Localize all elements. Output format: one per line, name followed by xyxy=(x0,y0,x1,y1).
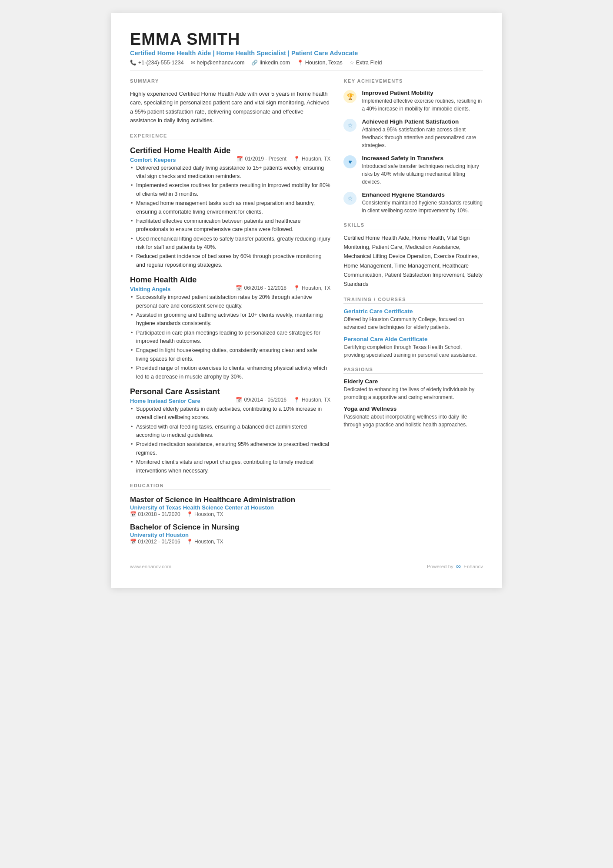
job-2-dates: 📅 06/2016 - 12/2018 xyxy=(236,285,286,291)
passion-1-desc: Dedicated to enhancing the lives of elde… xyxy=(343,385,483,401)
contact-email: ✉ help@enhancv.com xyxy=(191,60,245,66)
training-1-title: Geriatric Care Certificate xyxy=(343,308,483,315)
job-1-bullet-1: Delivered personalized daily living assi… xyxy=(130,164,330,181)
achievement-1: 🏆 Improved Patient Mobility Implemented … xyxy=(343,90,483,113)
contact-phone: 📞 +1-(234)-555-1234 xyxy=(130,60,184,66)
achievement-4: ☆ Enhanced Hygiene Standards Consistentl… xyxy=(343,191,483,214)
job-1-title: Certified Home Health Aide xyxy=(130,146,330,155)
achievements-label: KEY ACHIEVEMENTS xyxy=(343,78,483,85)
job-3-bullets: Supported elderly patients in daily acti… xyxy=(130,405,330,475)
training-list: Geriatric Care Certificate Offered by Ho… xyxy=(343,308,483,359)
edu-2-school: University of Houston xyxy=(130,532,330,538)
candidate-name: EMMA SMITH xyxy=(130,30,483,49)
edu-2-degree: Bachelor of Science in Nursing xyxy=(130,523,330,532)
edu-1-location: 📍 Houston, TX xyxy=(187,511,223,517)
achievement-3-content: Increased Safety in Transfers Introduced… xyxy=(362,155,483,186)
job-2-dates-loc: 📅 06/2016 - 12/2018 📍 Houston, TX xyxy=(236,285,330,291)
job-2-bullet-3: Participated in care plan meetings leadi… xyxy=(130,329,330,346)
pin-icon-3: 📍 xyxy=(293,397,300,403)
passions-list: Elderly Care Dedicated to enhancing the … xyxy=(343,378,483,429)
job-2-bullets: Successfully improved patient satisfacti… xyxy=(130,293,330,381)
right-column: KEY ACHIEVEMENTS 🏆 Improved Patient Mobi… xyxy=(343,78,483,545)
job-1: Certified Home Health Aide Comfort Keepe… xyxy=(130,146,330,270)
achievement-4-content: Enhanced Hygiene Standards Consistently … xyxy=(362,191,483,214)
job-2-title: Home Health Aide xyxy=(130,275,330,285)
job-3-bullet-1: Supported elderly patients in daily acti… xyxy=(130,405,330,422)
edu-2-meta: 📅 01/2012 - 01/2016 📍 Houston, TX xyxy=(130,539,330,545)
phone-icon: 📞 xyxy=(130,60,137,66)
training-1-desc: Offered by Houston Community College, fo… xyxy=(343,315,483,331)
achievement-4-desc: Consistently maintained hygiene standard… xyxy=(362,199,483,214)
achievement-1-title: Improved Patient Mobility xyxy=(362,90,483,96)
passion-1-title: Elderly Care xyxy=(343,378,483,385)
calendar-icon-3: 📅 xyxy=(236,397,242,403)
experience-label: EXPERIENCE xyxy=(130,133,330,140)
calendar-icon-1: 📅 xyxy=(237,156,243,162)
contact-location: 📍 Houston, Texas xyxy=(297,60,343,66)
skills-text: Certified Home Health Aide, Home Health,… xyxy=(343,234,483,289)
training-1: Geriatric Care Certificate Offered by Ho… xyxy=(343,308,483,331)
passion-1: Elderly Care Dedicated to enhancing the … xyxy=(343,378,483,401)
footer-website: www.enhancv.com xyxy=(130,564,171,569)
footer-brand: Powered by ∞ Enhancv xyxy=(427,563,483,570)
brand-logo-icon: ∞ xyxy=(456,563,461,570)
job-2-bullet-5: Provided range of motion exercises to cl… xyxy=(130,364,330,381)
job-3-dates: 📅 09/2014 - 05/2016 xyxy=(236,397,286,403)
job-2-bullet-1: Successfully improved patient satisfacti… xyxy=(130,293,330,310)
achievement-2-title: Achieved High Patient Satisfaction xyxy=(362,118,483,125)
achievement-list: 🏆 Improved Patient Mobility Implemented … xyxy=(343,90,483,214)
powered-by-text: Powered by xyxy=(427,564,453,569)
passion-2-title: Yoga and Wellness xyxy=(343,406,483,412)
achievement-4-icon: ☆ xyxy=(343,192,356,205)
contact-linkedin: 🔗 linkedin.com xyxy=(251,60,290,66)
achievement-2-desc: Attained a 95% satisfaction rate across … xyxy=(362,126,483,149)
job-3-bullet-2: Assisted with oral feeding tasks, ensuri… xyxy=(130,423,330,440)
linkedin-icon: 🔗 xyxy=(251,60,258,66)
job-1-dates: 📅 01/2019 - Present xyxy=(237,156,286,162)
achievement-3: ♥ Increased Safety in Transfers Introduc… xyxy=(343,155,483,186)
job-1-meta-row: Comfort Keepers 📅 01/2019 - Present 📍 Ho… xyxy=(130,156,330,164)
job-2-location: 📍 Houston, TX xyxy=(293,285,330,291)
footer-bar: www.enhancv.com Powered by ∞ Enhancv xyxy=(130,558,483,570)
passions-label: PASSIONS xyxy=(343,367,483,374)
training-label: TRAINING / COURSES xyxy=(343,297,483,304)
edu-2-location: 📍 Houston, TX xyxy=(187,539,223,545)
training-2-title: Personal Care Aide Certificate xyxy=(343,336,483,342)
achievement-3-icon: ♥ xyxy=(343,155,356,168)
passion-2: Yoga and Wellness Passionate about incor… xyxy=(343,406,483,429)
pin-icon-1: 📍 xyxy=(293,156,300,162)
edu-2: Bachelor of Science in Nursing Universit… xyxy=(130,523,330,545)
job-2-bullet-4: Engaged in light housekeeping duties, co… xyxy=(130,346,330,363)
passion-2-desc: Passionate about incorporating wellness … xyxy=(343,413,483,429)
job-3-meta-row: Home Instead Senior Care 📅 09/2014 - 05/… xyxy=(130,397,330,405)
job-2: Home Health Aide Visiting Angels 📅 06/20… xyxy=(130,275,330,381)
job-1-dates-loc: 📅 01/2019 - Present 📍 Houston, TX xyxy=(237,156,330,162)
job-1-bullet-6: Reduced patient incidence of bed sores b… xyxy=(130,252,330,269)
header-divider xyxy=(130,70,483,70)
education-label: EDUCATION xyxy=(130,483,330,490)
job-2-bullet-2: Assisted in grooming and bathing activit… xyxy=(130,311,330,328)
training-2-desc: Certifying completion through Texas Heal… xyxy=(343,343,483,359)
resume-page: EMMA SMITH Certified Home Health Aide | … xyxy=(111,13,502,588)
edu-1-school: University of Texas Health Science Cente… xyxy=(130,504,330,511)
brand-name: Enhancv xyxy=(463,564,483,569)
main-layout: SUMMARY Highly experienced Certified Hom… xyxy=(130,78,483,545)
job-1-bullet-2: Implemented exercise routines for patien… xyxy=(130,181,330,198)
job-1-bullet-5: Used mechanical lifting devices to safel… xyxy=(130,235,330,252)
pin-icon-2: 📍 xyxy=(293,285,300,291)
job-3-location: 📍 Houston, TX xyxy=(293,397,330,403)
job-1-bullets: Delivered personalized daily living assi… xyxy=(130,164,330,270)
contact-extra: ☆ Extra Field xyxy=(350,60,382,66)
edu-1: Master of Science in Healthcare Administ… xyxy=(130,496,330,517)
edu-pin-1: 📍 xyxy=(187,511,193,517)
job-3: Personal Care Assistant Home Instead Sen… xyxy=(130,387,330,475)
training-2: Personal Care Aide Certificate Certifyin… xyxy=(343,336,483,359)
candidate-subtitle: Certified Home Health Aide | Home Health… xyxy=(130,50,483,57)
achievement-3-desc: Introduced safe transfer techniques redu… xyxy=(362,162,483,186)
achievement-1-icon: 🏆 xyxy=(343,90,356,103)
edu-2-dates: 📅 01/2012 - 01/2016 xyxy=(130,539,180,545)
summary-text: Highly experienced Certified Home Health… xyxy=(130,90,330,125)
edu-calendar-2: 📅 xyxy=(130,539,137,545)
summary-label: SUMMARY xyxy=(130,78,330,85)
job-1-location: 📍 Houston, TX xyxy=(293,156,330,162)
